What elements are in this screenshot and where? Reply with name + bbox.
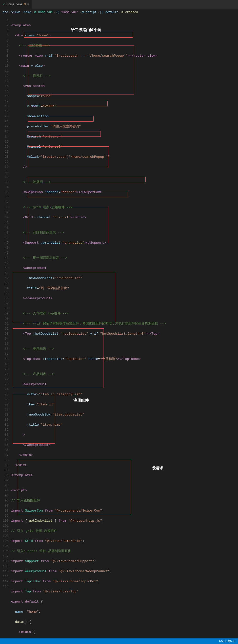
line-41: v-for="item in categoryList" [11, 392, 235, 397]
line-60: import TopicBox from "@/views/home/Topic… [11, 579, 235, 584]
tab-active[interactable]: ✓ Home.vue M × [0, 0, 32, 9]
line-4: <router-view v-if="$route.path === '/hom… [11, 53, 235, 58]
line-13: @cancel="onCancel" [11, 144, 235, 149]
bc-file: ⊞ Home.vue [34, 10, 53, 14]
bc-views: views [11, 11, 21, 14]
line-26: <!-- 周一周四新品首发 --> [11, 256, 235, 261]
line-2: <div class="home"> [11, 33, 235, 38]
line-28: :newGoodsList="newGoodsList" [11, 276, 235, 281]
code-content: <template> <div class="home"> <!-- 二级路由 … [11, 18, 238, 644]
line-1: <template> [11, 23, 235, 28]
line-21: <Grid :channel="channel"></Grid> [11, 215, 235, 220]
line-20: <!-- grid 居家-志趣组件 --> [11, 205, 235, 210]
line-30: ></Weekproduct> [11, 296, 235, 301]
line-47: </main> [11, 453, 235, 458]
line-58: import Support from "@/views/home/Suppor… [11, 559, 235, 564]
line-37: <TopicBox :topicList="topicList" title="… [11, 357, 235, 362]
line-42: :key="item.id" [11, 402, 235, 407]
line-52: // 导入轮播图组件 [11, 498, 235, 503]
line-34: <Top :hotGoodsList="hotGoodsList" v-if="… [11, 331, 235, 336]
line-44: :title="item.name" [11, 422, 235, 427]
bc-src: src [3, 11, 8, 14]
line-65: return { [11, 630, 235, 635]
line-48: </div> [11, 463, 235, 468]
line-39: <!-- 产品列表 --> [11, 372, 235, 377]
line-53: import SwiperCom from "@/components/Swip… [11, 508, 235, 513]
status-bar: CSDN @533 [0, 638, 238, 644]
line-6: <!-- 搜索栏 --> [11, 74, 235, 79]
line-32: <!-- 人气推荐 top组件 --> [11, 311, 235, 316]
line-11: placeholder="请输入搜索关键词" [11, 124, 235, 129]
line-49: </template> [11, 473, 235, 478]
line-17: <!-- 轮播图 --> [11, 180, 235, 185]
line-56: import Grid from "@/views/home/Grid"; [11, 539, 235, 544]
modified-indicator: ✓ [3, 3, 5, 6]
line-numbers: 1 2 3 4 5 6 7 8 9 10 11 12 13 14 15 16 1… [0, 18, 11, 644]
line-18: <SwiperCom :banner="banner"></SwiperCom> [11, 190, 235, 195]
line-7: <van-search [11, 84, 235, 89]
line-43: :newGoodsBox="item.goodsList" [11, 412, 235, 417]
line-63: name: "home", [11, 609, 235, 614]
code-editor: 给二级路由留个坑 注册组件 发请求 [0, 16, 238, 644]
line-8: shape="round" [11, 94, 235, 99]
line-55: // 引入 grid 居家-志趣组件 [11, 528, 235, 534]
line-33: <!-- v-if 保证了有数据才渲染组件，考虑柔顺组件的时候，才执行该组件的生… [11, 321, 235, 326]
line-36: <!-- 专题精选 --> [11, 347, 235, 352]
line-5: <main v-else> [11, 63, 235, 68]
line-40: <Weekproduct [11, 382, 235, 387]
line-14: @click="$router.push('/home/searchPopup'… [11, 154, 235, 159]
line-3: <!-- 二级路由 --> [11, 43, 235, 48]
line-29: title="周一周四新品首发" [11, 286, 235, 291]
editor-window: ✓ Home.vue M × src › views › home › ⊞ Ho… [0, 0, 238, 644]
line-64: data() { [11, 619, 235, 625]
status-csdn: CSDN @533 [219, 639, 235, 643]
bc-created: ⊞ created [122, 10, 138, 14]
line-45: > [11, 432, 235, 438]
breadcrumb: src › views › home › ⊞ Home.vue › {} "Ho… [0, 9, 238, 16]
line-59: import Weekproduct from "@/views/home/We… [11, 569, 235, 574]
line-9: v-model="value" [11, 104, 235, 109]
bc-homevue: "Home.vue" [61, 11, 79, 14]
line-46: </Weekproduct> [11, 443, 235, 448]
tab-bar: ✓ Home.vue M × [0, 0, 238, 9]
line-12: @search="onSearch" [11, 134, 235, 139]
line-10: show-action [11, 114, 235, 119]
line-57: // 引入support 组件-品牌制造商直供 [11, 549, 235, 554]
bc-default: [] default [100, 11, 118, 14]
close-tab-icon[interactable]: × [27, 3, 29, 6]
line-51: <script> [11, 488, 235, 493]
line-54: import { getIndexList } from "@/https/ht… [11, 518, 235, 523]
line-23: <!-- 品牌制造商直供 --> [11, 230, 235, 235]
tab-label: Home.vue [6, 3, 22, 6]
modified-badge: M [24, 3, 26, 6]
line-27: <Weekproduct [11, 266, 235, 271]
code-area: 1 2 3 4 5 6 7 8 9 10 11 12 13 14 15 16 1… [0, 16, 238, 644]
bc-home: home [24, 11, 31, 14]
line-61: import Top from '@/views/home/Top' [11, 589, 235, 594]
bc-braces: {} [56, 11, 59, 14]
line-15: /> [11, 165, 235, 170]
bc-script: ⊞ script [82, 10, 97, 14]
line-62: export default { [11, 599, 235, 604]
line-24: <Support :brandList="brandList"></Suppor… [11, 240, 235, 245]
